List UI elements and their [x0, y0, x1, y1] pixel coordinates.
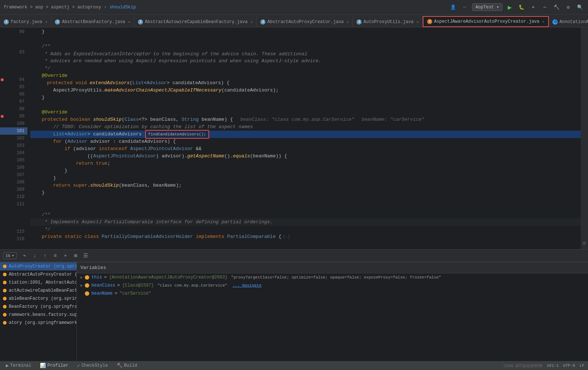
code-line-103: if (advisor instanceof AspectJPointcutAd… [30, 145, 581, 153]
breakpoint-99[interactable] [1, 115, 4, 118]
build-tab[interactable]: 🔨 Build [114, 362, 139, 369]
ln-90: 90 [0, 28, 27, 35]
call-stack-item-2[interactable]: tiation:1091, AbstractAutowireCapable... [0, 279, 76, 287]
tab-autoproxyutils[interactable]: J AutoProxyUtils.java ✕ [353, 16, 423, 27]
ln-117 [0, 243, 27, 249]
tab-abstractautoproxy[interactable]: J AbstractAutoProxyCreator.java ✕ [257, 16, 353, 27]
settings-gear-icon[interactable]: ⚙ [583, 240, 586, 246]
status-bar-tools: ▶ Terminal 📊 Profiler ✓ CheckStyle 🔨 Bui… [4, 362, 498, 369]
code-line-blank1 [30, 35, 581, 43]
ln-109: 109 [0, 186, 27, 193]
code-line-105: return true; [30, 160, 581, 167]
var-this[interactable]: ▶ this = {AnnotationAwareAspectJAutoProx… [77, 273, 588, 281]
code-line-comment2: * Adds an ExposeInvocationInterceptor to… [30, 50, 581, 57]
cs-icon-7 [3, 321, 7, 325]
tab-close-apu[interactable]: ✕ [416, 20, 419, 24]
var-beanclass[interactable]: ▶ beanClass = {Class@1597} "class com.my… [77, 281, 588, 289]
current-method: shouldSkip [110, 5, 136, 10]
ln-113 [0, 214, 27, 221]
ln-115: 115 [0, 228, 27, 235]
step-over-btn[interactable]: ↷ [20, 252, 29, 260]
tab-annotationaware[interactable]: 🔵 AnnotationAwareAspectJAutoProxyCreator… [549, 16, 588, 27]
tab-close-aaw[interactable]: ✕ [250, 20, 253, 24]
tab-label-ajap: AspectJAwareAdvisorAutoProxyCreator.java [434, 19, 539, 24]
expand-beanname: ▶ [80, 291, 83, 296]
run-config-dropdown[interactable]: AopTest ▾ [472, 3, 502, 11]
call-stack-item-6[interactable]: ramework.beans.factory.support.Abstract [0, 311, 76, 319]
restore-btn[interactable]: ⊞ [72, 252, 80, 260]
navigate-beanclass[interactable]: ... Navigate [233, 283, 261, 288]
cs-icon-2 [3, 281, 7, 284]
tab-close-ajap[interactable]: ✕ [542, 19, 544, 24]
ln-105: 105 [0, 157, 27, 164]
tab-factory[interactable]: J factory.java ✕ [0, 16, 51, 27]
tab-close-aap[interactable]: ✕ [347, 20, 349, 24]
cs-label-5: BeanFactory (org.springframework.beans. [9, 304, 76, 309]
more-run-options[interactable]: ⋯ [540, 3, 549, 12]
tab-label-abf: AbstractBeanFactory.java [62, 19, 125, 25]
cs-icon-6 [3, 313, 7, 317]
code-line-doc3: */ [30, 226, 581, 233]
var-icon-beanclass [85, 283, 89, 288]
code-line-106: } [30, 167, 581, 175]
back-icon[interactable]: ← [460, 3, 469, 12]
cs-label-4: ableBeanFactory (org.springframework.b..… [9, 296, 76, 301]
code-line-95: AspectJProxyUtils.makeAdvisorChainAspect… [30, 87, 581, 94]
tab-label-aap: AbstractAutoProxyCreator.java [267, 19, 344, 25]
tab-close-factory[interactable]: ✕ [45, 20, 47, 24]
debug-button[interactable]: 🐛 [517, 3, 526, 12]
call-stack-item-5[interactable]: BeanFactory (org.springframework.beans. [0, 303, 76, 311]
debugger-thread-dropdown[interactable]: IG ▾ [3, 252, 17, 259]
expand-beanclass[interactable]: ▶ [80, 283, 83, 288]
code-editor[interactable]: } /** * Adds an ExposeInvocationIntercep… [27, 27, 581, 249]
call-stack-item-4[interactable]: ableBeanFactory (org.springframework.b..… [0, 295, 76, 303]
profile-icon[interactable]: 👤 [449, 3, 457, 12]
expand-this[interactable]: ▶ [80, 275, 83, 280]
ln-103: 103 [0, 142, 27, 149]
var-name-beanclass: beanClass [91, 283, 115, 288]
code-line-104: ((AspectJPointcutAdvisor) advisor).getAs… [30, 153, 581, 160]
code-line-doc2: * Implements AspectJ PartialComparable i… [30, 218, 581, 226]
tab-aspectjawareautoproxy[interactable]: J AspectJAwareAdvisorAutoProxyCreator.ja… [423, 16, 549, 27]
ln-111: 111 [0, 201, 27, 208]
fold-icon-115[interactable]: [-] [283, 233, 290, 240]
ln-93c [0, 63, 27, 70]
filter-btn[interactable]: ≡ [51, 252, 59, 260]
step-into-btn[interactable]: ↓ [31, 252, 39, 260]
line-col-info: 101:1 [547, 363, 559, 368]
build-icon[interactable]: 🔨 [552, 3, 561, 12]
tabs-bar: J factory.java ✕ J AbstractBeanFactory.j… [0, 15, 588, 27]
call-stack-item-7[interactable]: atory (org.springframework.beans. [0, 319, 76, 327]
code-line-102: for (Advisor advisor : candidateAdvisors… [30, 138, 581, 145]
call-stack-item-1[interactable]: AbstractAutoProxyCreator (org.springfra.… [0, 270, 76, 279]
ln-91 [0, 35, 27, 42]
step-out-btn[interactable]: ↑ [41, 252, 49, 260]
search-icon[interactable]: 🔍 [576, 3, 584, 12]
code-line-94: protected void extendAdvisors(List<Advis… [30, 79, 581, 87]
top-bar-actions: 👤 ← AopTest ▾ ▶ 🐛 ☂ ⋯ 🔨 ⚙ 🔍 [449, 3, 584, 12]
tab-close-abf[interactable]: ✕ [128, 20, 130, 24]
top-bar: framework > aop > aspectj > autoproxy › … [0, 0, 588, 15]
var-beanname[interactable]: ▶ beanName = "carService" [77, 289, 588, 298]
call-stack-item-0[interactable]: AutoProxyCreator (org.springframewok... [0, 262, 76, 270]
list-view-btn[interactable]: ☰ [82, 252, 90, 260]
breakpoint-94[interactable] [1, 78, 4, 81]
tab-abstractautowire[interactable]: J AbstractAutowireCapableBeanFactory.jav… [134, 16, 257, 27]
code-line-111 [30, 204, 581, 211]
ln-95: 95 [0, 83, 27, 91]
tab-abstractbeanfactory[interactable]: J AbstractBeanFactory.java ✕ [51, 16, 134, 27]
var-eq-this: = [104, 275, 107, 280]
call-stack-list: AutoProxyCreator (org.springframewok... … [0, 262, 76, 354]
add-watch-btn[interactable]: + [61, 252, 69, 260]
terminal-tab[interactable]: ▶ Terminal [4, 362, 33, 369]
coverage-button[interactable]: ☂ [529, 3, 538, 12]
build-icon: 🔨 [117, 363, 122, 369]
run-button[interactable]: ▶ [505, 3, 514, 12]
code-line-109: } [30, 189, 581, 197]
hint-beanclass: beanClass: "class com.my.aop.CarService" [240, 116, 354, 123]
ln-112 [0, 208, 27, 214]
call-stack-item-3[interactable]: actAutowireCapableBeanFactory {org.sp... [0, 287, 76, 295]
profiler-tab[interactable]: 📊 Profiler [38, 362, 71, 369]
settings-icon[interactable]: ⚙ [564, 3, 573, 12]
checkstyle-tab[interactable]: ✓ CheckStyle [75, 362, 110, 369]
